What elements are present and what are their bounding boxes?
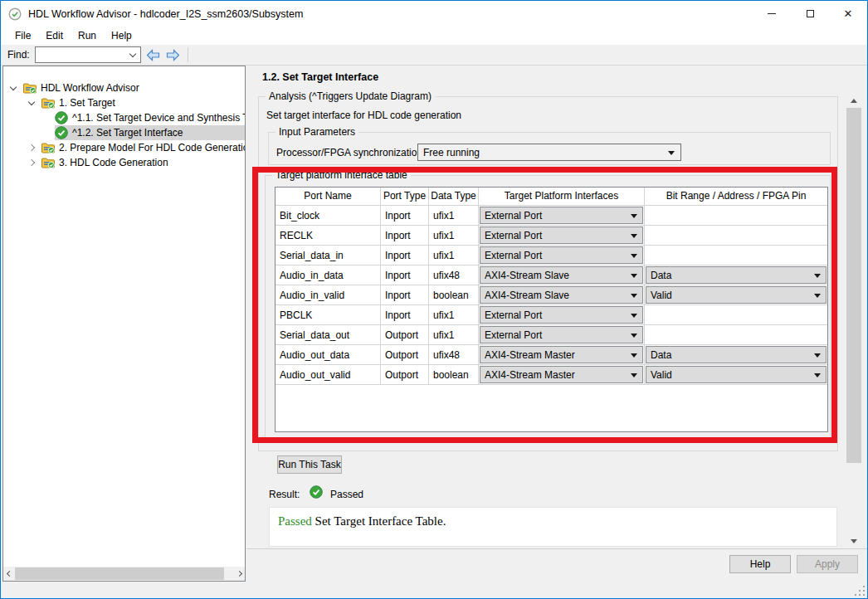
chevron-collapsed-icon[interactable]	[27, 140, 41, 155]
message-status-word: Passed	[278, 514, 312, 528]
interface-dropdown[interactable]: External Port	[480, 207, 643, 224]
port-name-cell: Serial_data_out	[276, 325, 381, 345]
interface-dropdown[interactable]: AXI4-Stream Slave	[480, 266, 643, 284]
port-type-cell: Inport	[381, 226, 429, 246]
bit-range-dropdown[interactable]: Valid	[646, 286, 827, 304]
interface-dropdown[interactable]: External Port	[480, 246, 643, 264]
maximize-button[interactable]	[791, 1, 829, 27]
status-bar	[1, 582, 867, 598]
close-button[interactable]: ✕	[829, 1, 867, 27]
interface-dropdown[interactable]: AXI4-Stream Master	[480, 366, 643, 383]
scroll-up-icon[interactable]	[846, 94, 861, 108]
find-previous-button[interactable]	[146, 48, 161, 61]
minimize-icon	[768, 13, 776, 14]
task-content-panel: 1.2. Set Target Interface Analysis (^Tri…	[246, 66, 846, 548]
page-title: 1.2. Set Target Interface	[262, 71, 378, 83]
port-name-cell: Audio_in_data	[276, 265, 381, 285]
port-name-cell: Audio_out_valid	[276, 365, 381, 385]
tree-item[interactable]: ^1.2. Set Target Interface	[3, 125, 245, 140]
find-input[interactable]	[35, 46, 141, 63]
check-circle-icon	[55, 111, 68, 124]
minimize-button[interactable]	[753, 1, 791, 27]
table-row: Serial_data_outOutportufix1External Port	[276, 325, 827, 345]
column-header: Port Type	[381, 187, 429, 206]
chevron-collapsed-icon[interactable]	[27, 155, 41, 170]
column-header: Target Platform Interfaces	[479, 187, 645, 206]
result-label: Result:	[269, 489, 300, 500]
interface-dropdown[interactable]: AXI4-Stream Slave	[480, 286, 643, 304]
folder-check-icon	[41, 141, 55, 154]
port-type-cell: Outport	[381, 325, 429, 345]
content-vertical-scrollbar[interactable]	[846, 94, 861, 548]
analysis-groupbox-label: Analysis (^Triggers Update Diagram)	[266, 90, 435, 102]
column-header: Port Name	[276, 187, 381, 206]
tree-item[interactable]: ^1.1. Set Target Device and Synthesis To…	[3, 110, 245, 125]
sync-dropdown-value: Free running	[423, 147, 480, 158]
menu-bar: FileEditRunHelp	[1, 27, 867, 45]
workflow-tree-panel: HDL Workflow Advisor1. Set Target^1.1. S…	[2, 66, 246, 582]
interface-dropdown[interactable]: External Port	[480, 326, 643, 343]
menu-item-edit[interactable]: Edit	[38, 27, 71, 44]
menu-item-help[interactable]: Help	[104, 27, 139, 44]
tree-item[interactable]: 1. Set Target	[3, 95, 245, 110]
bit-range-dropdown[interactable]: Data	[646, 266, 827, 284]
bit-range-dropdown[interactable]: Valid	[646, 366, 827, 383]
hdl-workflow-advisor-window: HDL Workflow Advisor - hdlcoder_I2S_ssm2…	[0, 0, 868, 599]
tree-item[interactable]: 3. HDL Code Generation	[3, 155, 245, 170]
data-type-cell: ufix48	[429, 345, 479, 365]
arrow-right-icon	[166, 49, 180, 61]
message-text: Set Target Interface Table.	[312, 514, 446, 528]
bit-range-dropdown[interactable]: Data	[646, 346, 827, 363]
tree-item-label: ^1.2. Set Target Interface	[72, 127, 183, 139]
input-parameters-label: Input Parameters	[276, 126, 358, 138]
menu-item-file[interactable]: File	[7, 27, 38, 44]
result-status: Passed	[330, 489, 363, 500]
task-description: Set target interface for HDL code genera…	[266, 110, 461, 121]
chevron-expanded-icon[interactable]	[8, 80, 23, 95]
find-toolbar: Find:	[1, 45, 867, 66]
window-title: HDL Workflow Advisor - hdlcoder_I2S_ssm2…	[28, 8, 303, 20]
chevron-down-icon	[129, 50, 135, 56]
toolbar-separator	[188, 47, 188, 62]
tree-item[interactable]: 2. Prepare Model For HDL Code Generation	[3, 140, 245, 155]
footer-button-row: Help Apply	[246, 548, 868, 582]
tree-item[interactable]: HDL Workflow Advisor	[3, 80, 245, 95]
table-row: Serial_data_inInportufix1External Port	[276, 246, 827, 265]
scrollbar-thumb[interactable]	[15, 567, 224, 580]
tree-item-label: HDL Workflow Advisor	[41, 82, 139, 94]
find-next-button[interactable]	[166, 48, 181, 61]
data-type-cell: ufix1	[429, 226, 479, 246]
folder-check-icon	[41, 156, 55, 169]
check-circle-icon	[55, 126, 68, 139]
menu-item-run[interactable]: Run	[71, 27, 104, 44]
sync-dropdown[interactable]: Free running	[417, 144, 681, 161]
scrollbar-thumb[interactable]	[846, 108, 861, 463]
port-name-cell: Serial_data_in	[276, 246, 381, 265]
tree-horizontal-scrollbar[interactable]	[3, 567, 245, 581]
app-check-icon	[8, 7, 22, 21]
table-row: Audio_out_validOutportbooleanAXI4-Stream…	[276, 365, 827, 385]
maximize-icon	[807, 10, 814, 17]
help-button[interactable]: Help	[729, 555, 791, 573]
passed-check-icon	[310, 485, 323, 499]
tree-item-label: ^1.1. Set Target Device and Synthesis To…	[72, 112, 245, 124]
data-type-cell: ufix1	[429, 246, 479, 265]
interface-dropdown[interactable]: External Port	[480, 226, 643, 244]
run-this-task-button[interactable]: Run This Task	[277, 455, 342, 474]
scroll-left-icon[interactable]	[3, 567, 15, 581]
interface-dropdown[interactable]: External Port	[480, 306, 643, 324]
interface-dropdown[interactable]: AXI4-Stream Master	[480, 346, 643, 363]
port-type-cell: Outport	[381, 365, 429, 385]
scroll-right-icon[interactable]	[233, 567, 245, 581]
scroll-down-icon[interactable]	[846, 534, 861, 548]
resize-grip-icon[interactable]	[855, 586, 865, 596]
port-name-cell: PBCLK	[276, 305, 381, 325]
target-platform-interface-table: Port NamePort TypeData TypeTarget Platfo…	[275, 187, 828, 432]
find-label: Find:	[7, 49, 30, 61]
interface-table-label: Target platform interface table	[272, 169, 411, 181]
apply-button[interactable]: Apply	[797, 555, 858, 573]
data-type-cell: boolean	[429, 365, 479, 385]
chevron-expanded-icon[interactable]	[27, 95, 41, 110]
table-row: RECLKInportufix1External Port	[276, 226, 827, 246]
close-icon: ✕	[844, 8, 853, 19]
